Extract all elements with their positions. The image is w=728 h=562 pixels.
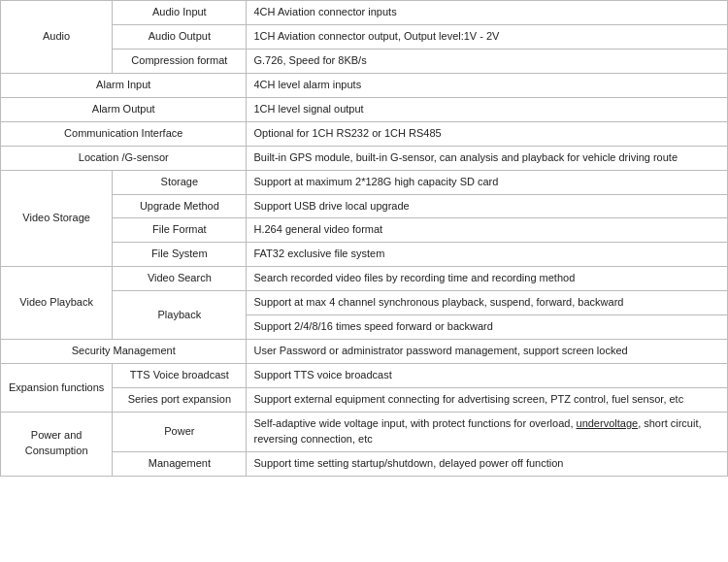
subcategory-file-format: File Format — [113, 218, 247, 243]
subcategory-power: Power — [113, 412, 247, 451]
value-alarm-output: 1CH level signal output — [247, 97, 728, 121]
category-comm-interface: Communication Interface — [1, 121, 247, 146]
table-row: Location /G-sensor Built-in GPS module, … — [1, 146, 728, 170]
subcategory-tts: TTS Voice broadcast — [113, 364, 247, 388]
subcategory-audio-output: Audio Output — [113, 24, 247, 49]
value-video-search: Search recorded video files by recording… — [247, 267, 728, 291]
category-power: Power and Consumption — [1, 412, 113, 476]
subcategory-management: Management — [113, 451, 247, 476]
subcategory-storage: Storage — [113, 170, 247, 194]
value-series-port: Support external equipment connecting fo… — [247, 388, 728, 413]
subcategory-upgrade: Upgrade Method — [113, 194, 247, 218]
value-playback-1: Support at max 4 channel synchronous pla… — [247, 291, 728, 315]
value-file-format: H.264 general video format — [247, 218, 728, 243]
table-row: Power and Consumption Power Self-adaptiv… — [1, 412, 728, 451]
table-row: Audio Audio Input 4CH Aviation connector… — [1, 1, 728, 25]
subcategory-series-port: Series port expansion — [113, 388, 247, 413]
table-row: Alarm Output 1CH level signal output — [1, 97, 728, 121]
table-row: Video Playback Video Search Search recor… — [1, 267, 728, 291]
subcategory-audio-input: Audio Input — [113, 1, 247, 25]
subcategory-file-system: File System — [113, 243, 247, 267]
table-row: Video Storage Storage Support at maximum… — [1, 170, 728, 194]
subcategory-video-search: Video Search — [113, 267, 247, 291]
value-management: Support time setting startup/shutdown, d… — [247, 451, 728, 476]
table-row: Security Management User Password or adm… — [1, 340, 728, 364]
category-security: Security Management — [1, 340, 247, 364]
category-location: Location /G-sensor — [1, 146, 247, 170]
undervoltage-text: undervoltage — [577, 417, 639, 429]
value-location: Built-in GPS module, built-in G-sensor, … — [247, 146, 728, 170]
value-playback-2: Support 2/4/8/16 times speed forward or … — [247, 315, 728, 340]
category-video-storage: Video Storage — [1, 170, 113, 267]
value-power: Self-adaptive wide voltage input, with p… — [247, 412, 728, 451]
value-comm-interface: Optional for 1CH RS232 or 1CH RS485 — [247, 121, 728, 146]
value-upgrade: Support USB drive local upgrade — [247, 194, 728, 218]
value-audio-output: 1CH Aviation connector output, Output le… — [247, 24, 728, 49]
value-compression: G.726, Speed for 8KB/s — [247, 49, 728, 73]
table-row: Alarm Input 4CH level alarm inputs — [1, 73, 728, 97]
category-alarm-output: Alarm Output — [1, 97, 247, 121]
subcategory-playback: Playback — [113, 291, 247, 340]
value-audio-input: 4CH Aviation connector inputs — [247, 1, 728, 25]
subcategory-compression: Compression format — [113, 49, 247, 73]
value-tts: Support TTS voice broadcast — [247, 364, 728, 388]
table-row: Communication Interface Optional for 1CH… — [1, 121, 728, 146]
category-audio: Audio — [1, 1, 113, 74]
value-file-system: FAT32 exclusive file system — [247, 243, 728, 267]
category-expansion: Expansion functions — [1, 364, 113, 413]
specs-table: Audio Audio Input 4CH Aviation connector… — [0, 0, 728, 477]
value-storage: Support at maximum 2*128G high capacity … — [247, 170, 728, 194]
value-security: User Password or administrator password … — [247, 340, 728, 364]
value-alarm-input: 4CH level alarm inputs — [247, 73, 728, 97]
table-row: Expansion functions TTS Voice broadcast … — [1, 364, 728, 388]
category-alarm-input: Alarm Input — [1, 73, 247, 97]
category-video-playback: Video Playback — [1, 267, 113, 340]
